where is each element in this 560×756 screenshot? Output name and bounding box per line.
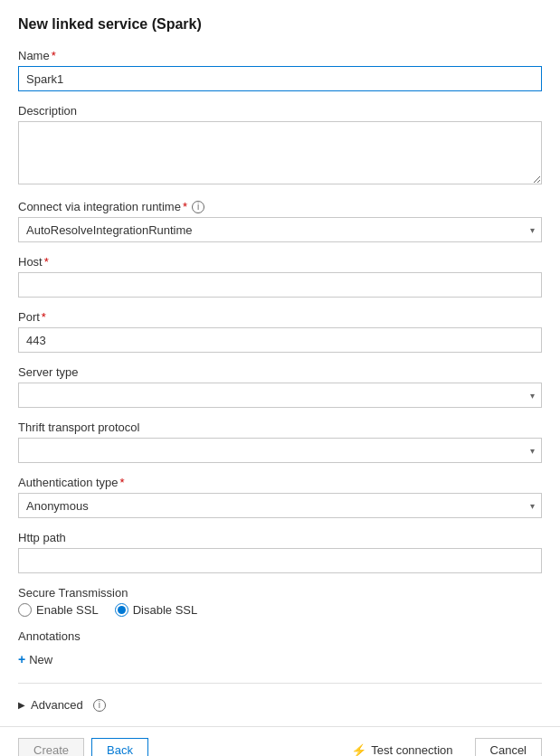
server-type-select-wrapper: ▾ [18, 383, 542, 408]
host-input[interactable] [18, 272, 542, 298]
advanced-info-icon[interactable]: i [93, 699, 106, 712]
new-annotation-label: New [29, 653, 52, 666]
ssl-radio-group: Enable SSL Disable SSL [18, 603, 542, 617]
footer: Create Back ⚡ Test connection Cancel [0, 726, 560, 756]
host-required: * [44, 255, 49, 269]
description-input[interactable] [18, 121, 542, 184]
auth-type-field-group: Authentication type * Anonymous ▾ [18, 476, 542, 518]
integration-runtime-field-group: Connect via integration runtime * i Auto… [18, 200, 542, 242]
back-button[interactable]: Back [91, 738, 148, 756]
advanced-chevron-icon: ▶ [18, 700, 25, 710]
auth-type-select[interactable]: Anonymous [18, 493, 542, 518]
disable-ssl-radio[interactable] [115, 603, 128, 617]
name-label: Name * [18, 49, 542, 62]
server-type-select[interactable] [18, 383, 542, 408]
integration-runtime-select-wrapper: AutoResolveIntegrationRuntime ▾ [18, 217, 542, 242]
integration-runtime-label: Connect via integration runtime * i [18, 200, 542, 213]
auth-type-select-wrapper: Anonymous ▾ [18, 493, 542, 518]
test-connection-button[interactable]: ⚡ Test connection [340, 739, 463, 757]
annotations-section: Annotations + New [18, 629, 542, 670]
port-field-group: Port * [18, 310, 542, 353]
port-input[interactable] [18, 327, 542, 353]
server-type-label: Server type [18, 365, 542, 379]
disable-ssl-label: Disable SSL [133, 603, 198, 617]
server-type-field-group: Server type ▾ [18, 365, 542, 408]
create-button[interactable]: Create [18, 738, 84, 756]
http-path-input[interactable] [18, 548, 542, 573]
cancel-button[interactable]: Cancel [475, 738, 542, 756]
advanced-label: Advanced [31, 698, 83, 712]
footer-right: ⚡ Test connection Cancel [340, 738, 542, 756]
annotations-label: Annotations [18, 629, 542, 643]
enable-ssl-radio[interactable] [18, 603, 32, 617]
thrift-transport-select[interactable] [18, 438, 542, 463]
plug-icon: ⚡ [351, 743, 366, 757]
page-title: New linked service (Spark) [18, 16, 542, 33]
http-path-label: Http path [18, 531, 542, 544]
disable-ssl-radio-item[interactable]: Disable SSL [115, 603, 198, 617]
integration-runtime-required: * [183, 200, 187, 213]
name-input[interactable] [18, 66, 542, 91]
secure-transmission-field-group: Secure Transmission Enable SSL Disable S… [18, 586, 542, 617]
enable-ssl-radio-item[interactable]: Enable SSL [18, 603, 99, 617]
http-path-field-group: Http path [18, 531, 542, 573]
secure-transmission-label: Secure Transmission [18, 586, 542, 600]
test-connection-label: Test connection [371, 743, 452, 756]
new-annotation-button[interactable]: + New [18, 648, 52, 670]
thrift-transport-label: Thrift transport protocol [18, 421, 542, 434]
port-label: Port * [18, 310, 542, 324]
auth-type-label: Authentication type * [18, 476, 542, 489]
plus-icon: + [18, 652, 25, 666]
host-label: Host * [18, 255, 542, 269]
description-label: Description [18, 104, 542, 118]
divider [18, 683, 542, 684]
footer-left: Create Back [18, 738, 148, 756]
description-field-group: Description [18, 104, 542, 187]
integration-runtime-info-icon[interactable]: i [192, 201, 204, 213]
advanced-section[interactable]: ▶ Advanced i [18, 693, 542, 717]
host-field-group: Host * [18, 255, 542, 298]
thrift-transport-select-wrapper: ▾ [18, 438, 542, 463]
thrift-transport-field-group: Thrift transport protocol ▾ [18, 421, 542, 463]
auth-type-required: * [120, 476, 125, 489]
name-field-group: Name * [18, 49, 542, 91]
name-required: * [52, 49, 56, 62]
enable-ssl-label: Enable SSL [36, 603, 99, 617]
port-required: * [42, 310, 46, 324]
integration-runtime-select[interactable]: AutoResolveIntegrationRuntime [18, 217, 542, 242]
